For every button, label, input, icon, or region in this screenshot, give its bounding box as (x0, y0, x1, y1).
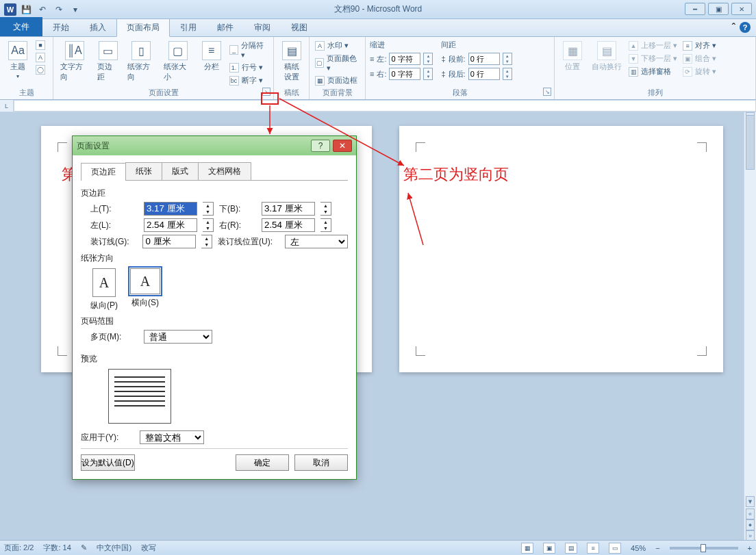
page-color-button[interactable]: ▢页面颜色 ▾ (314, 53, 361, 73)
ruler-scale[interactable] (14, 100, 756, 112)
spin-button[interactable]: ▲▼ (423, 53, 433, 65)
dialog-tab-layout[interactable]: 版式 (162, 162, 199, 180)
gutter-input[interactable] (142, 235, 196, 248)
status-mode[interactable]: 改写 (141, 543, 156, 553)
dialog-close-button[interactable]: ✕ (333, 140, 352, 152)
set-default-button[interactable]: 设为默认值(D) (81, 454, 135, 471)
paragraph-launcher[interactable]: ↘ (543, 88, 551, 96)
print-layout-view-icon[interactable]: ▦ (521, 543, 533, 554)
columns-button[interactable]: ≡分栏 (198, 40, 225, 73)
size-button[interactable]: ▢纸张大小 (161, 40, 195, 83)
gutter-position-select[interactable]: 左 (285, 235, 348, 248)
dialog-tab-grid[interactable]: 文档网格 (198, 162, 251, 180)
spin-button[interactable]: ▲▼ (503, 53, 512, 65)
dialog-tab-paper[interactable]: 纸张 (125, 162, 162, 180)
qat-dropdown-icon[interactable]: ▾ (68, 3, 82, 16)
theme-colors-icon[interactable]: ■ (34, 40, 47, 51)
section-margins: 页边距 (81, 188, 348, 199)
tab-file[interactable]: 文件 (0, 17, 42, 36)
status-words[interactable]: 字数: 14 (43, 543, 71, 553)
tab-mailings[interactable]: 邮件 (207, 18, 244, 36)
group-button[interactable]: ▣组合 ▾ (681, 53, 718, 64)
theme-effects-icon[interactable]: ◯ (34, 64, 47, 75)
zoom-out-icon[interactable]: − (655, 544, 659, 552)
tab-view[interactable]: 视图 (281, 18, 318, 36)
margin-top-input[interactable] (144, 202, 197, 216)
space-after-input[interactable] (468, 68, 500, 80)
status-page[interactable]: 页面: 2/2 (4, 543, 34, 553)
spin-icon[interactable]: ▲▼ (203, 202, 214, 216)
outline-view-icon[interactable]: ≡ (587, 543, 599, 554)
status-language[interactable]: 中文(中国) (97, 543, 131, 553)
left-label: 左(L): (90, 220, 138, 231)
margins-button[interactable]: ▭页边距 (94, 40, 122, 83)
margin-left-input[interactable] (144, 218, 197, 232)
indent-left-input[interactable] (389, 53, 420, 65)
draft-view-icon[interactable]: ▭ (609, 543, 621, 554)
ribbon: Aa主题▾ ■ A ◯ 主题 ║A文字方向 ▭页边距 ▯纸张方向 ▢纸张大小 ≡… (0, 37, 756, 100)
tab-review[interactable]: 审阅 (244, 18, 281, 36)
ok-button[interactable]: 确定 (236, 454, 289, 471)
close-button[interactable]: ✕ (731, 3, 752, 15)
help-icon[interactable]: ? (740, 22, 751, 33)
zoom-in-icon[interactable]: + (748, 544, 752, 552)
multi-page-select[interactable]: 普通 (144, 330, 212, 344)
spin-icon[interactable]: ▲▼ (320, 218, 331, 232)
tab-references[interactable]: 引用 (170, 18, 207, 36)
position-button[interactable]: ▦位置 (559, 40, 586, 73)
tab-page-layout[interactable]: 页面布局 (116, 18, 170, 37)
orientation-landscape[interactable]: A横向(S) (130, 268, 160, 311)
spin-icon[interactable]: ▲▼ (203, 218, 214, 232)
orientation-button[interactable]: ▯纸张方向 (125, 40, 159, 83)
cancel-button[interactable]: 取消 (294, 454, 348, 471)
hyphenation-button[interactable]: bc断字 ▾ (228, 75, 269, 86)
prev-page-icon[interactable]: « (746, 508, 755, 519)
scroll-down-icon[interactable]: ▼ (746, 496, 755, 507)
spin-button[interactable]: ▲▼ (423, 68, 433, 80)
maximize-button[interactable]: ▣ (708, 3, 729, 15)
page-borders-button[interactable]: ▦页面边框 (314, 75, 361, 86)
proofing-icon[interactable]: ✎ (81, 543, 87, 552)
watermark-button[interactable]: A水印 ▾ (314, 40, 361, 51)
spin-button[interactable]: ▲▼ (503, 68, 512, 80)
margin-right-input[interactable] (262, 218, 315, 232)
line-numbers-button[interactable]: 1.行号 ▾ (228, 62, 269, 73)
breaks-button[interactable]: ⎯分隔符 ▾ (228, 40, 269, 60)
tab-insert[interactable]: 插入 (79, 18, 116, 36)
web-layout-view-icon[interactable]: ▤ (565, 543, 577, 554)
spin-icon[interactable]: ▲▼ (201, 235, 212, 248)
text-direction-button[interactable]: ║A文字方向 (58, 40, 92, 83)
browse-object-icon[interactable]: ● (746, 519, 755, 530)
spin-icon[interactable]: ▲▼ (320, 202, 331, 216)
ribbon-tabs: 文件 开始 插入 页面布局 引用 邮件 审阅 视图 ˆ ? (0, 19, 756, 37)
wrap-text-button[interactable]: ▤自动换行 (589, 40, 625, 73)
bring-forward-button[interactable]: ▲上移一层 ▾ (627, 40, 679, 51)
dialog-tab-margins[interactable]: 页边距 (81, 163, 126, 181)
status-zoom[interactable]: 45% (631, 544, 646, 552)
zoom-slider[interactable] (670, 547, 738, 550)
scroll-thumb[interactable] (746, 115, 755, 170)
themes-button[interactable]: Aa主题▾ (4, 40, 32, 81)
tab-home[interactable]: 开始 (42, 18, 79, 36)
margin-bottom-input[interactable] (262, 202, 315, 216)
indent-right-input[interactable] (389, 68, 420, 80)
dialog-titlebar[interactable]: 页面设置 ? ✕ (73, 136, 356, 155)
apply-to-select[interactable]: 整篇文档 (140, 430, 204, 444)
orientation-portrait[interactable]: A纵向(P) (90, 268, 118, 311)
vertical-scrollbar[interactable]: ▲ ▼ « ● » (744, 112, 756, 540)
manuscript-button[interactable]: ▤稿纸 设置 (278, 40, 305, 83)
rotate-button[interactable]: ⟳旋转 ▾ (681, 66, 718, 77)
minimize-ribbon-icon[interactable]: ˆ (732, 22, 735, 34)
selection-pane-button[interactable]: ▥选择窗格 (627, 66, 679, 77)
theme-fonts-icon[interactable]: A (34, 52, 47, 63)
page-2[interactable]: 第二页为竖向页 (399, 126, 723, 372)
space-before-input[interactable] (468, 53, 500, 65)
send-backward-button[interactable]: ▼下移一层 ▾ (627, 53, 679, 64)
undo-icon[interactable]: ↶ (36, 3, 49, 16)
minimize-button[interactable]: ━ (685, 3, 705, 15)
align-button[interactable]: ≡对齐 ▾ (681, 40, 718, 51)
dialog-help-button[interactable]: ? (311, 140, 330, 152)
redo-icon[interactable]: ↷ (52, 3, 66, 16)
save-icon[interactable]: 💾 (19, 3, 33, 16)
full-screen-view-icon[interactable]: ▣ (543, 543, 555, 554)
